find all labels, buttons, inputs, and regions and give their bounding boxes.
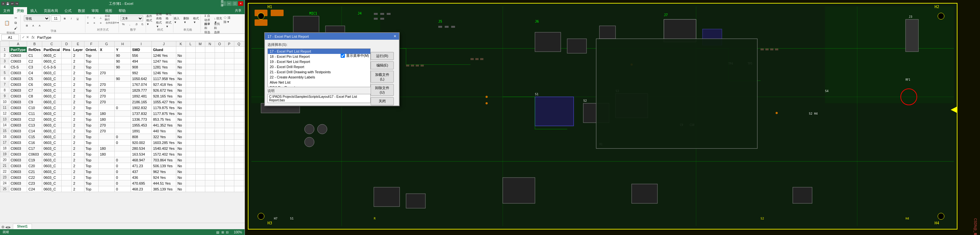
col-H[interactable]: H (115, 41, 130, 47)
col-I[interactable]: I (130, 41, 151, 47)
col-C[interactable]: C (42, 41, 62, 47)
cell-j1[interactable]: Glued (151, 47, 176, 53)
list-item-bga-drc[interactable]: BGA Drc Report (268, 85, 370, 87)
col-J[interactable]: J (151, 41, 176, 47)
col-B[interactable]: B (27, 41, 42, 47)
format-as-table-btn[interactable]: 套用表格格式▼ (156, 16, 165, 24)
tab-insert[interactable]: 插入 (27, 7, 41, 14)
cell-m1[interactable] (195, 47, 205, 53)
tab-data[interactable]: 数据 (75, 7, 88, 14)
col-O[interactable]: O (215, 41, 224, 47)
check-icon[interactable]: ✓ (22, 35, 25, 39)
align-bottom-btn[interactable]: ⊥ (98, 16, 104, 20)
find-select-btn[interactable]: 查找和选择▼ (214, 25, 223, 34)
font-size-input[interactable] (51, 16, 60, 21)
page-layout-view-btn[interactable]: ⊞ (221, 230, 224, 234)
delete-btn[interactable]: 删除▼ (183, 16, 192, 24)
col-R[interactable]: R (243, 41, 245, 47)
unload-button[interactable]: 卸除文件(U) (371, 84, 394, 96)
list-item-22[interactable]: 22 - Create Assembly Labels (268, 75, 370, 80)
comma-btn[interactable]: , (127, 22, 133, 26)
align-left-btn[interactable]: ≡ (85, 21, 91, 25)
page-break-view-btn[interactable]: ⊟ (226, 230, 229, 234)
paste-btn[interactable]: 📋 (3, 18, 11, 27)
underline-btn[interactable]: U (75, 16, 81, 21)
align-center-btn[interactable]: ≡ (92, 21, 97, 25)
clear-btn[interactable]: ◇ 清除▼ (223, 16, 232, 24)
tab-formulas[interactable]: 公式 (61, 7, 75, 14)
cell-d1[interactable]: Pins (61, 47, 72, 53)
cell-reference-box[interactable] (1, 35, 19, 40)
edit-button[interactable]: 编辑(E) (371, 61, 394, 69)
align-middle-btn[interactable]: ≡ (92, 16, 97, 20)
bold-btn[interactable]: B (62, 16, 68, 21)
format-btn[interactable]: 格式▼ (193, 16, 202, 24)
cell-f1[interactable]: Orient. (84, 47, 98, 53)
italic-btn[interactable]: I (68, 16, 74, 21)
tab-help[interactable]: 帮助 (115, 7, 129, 14)
list-item-20[interactable]: 20 - Excel Drill Report (268, 64, 370, 69)
cell-o1[interactable] (215, 47, 224, 53)
tab-file[interactable]: 文件 (0, 7, 14, 14)
col-K[interactable]: K (176, 41, 186, 47)
border-btn[interactable]: ⊞ (24, 22, 30, 29)
cell-c1[interactable]: PartDecal (42, 47, 62, 53)
tab-home[interactable]: 开始 (14, 7, 27, 14)
align-top-btn[interactable]: ⊤ (85, 16, 91, 20)
add-sheet-btn[interactable]: ⊕ (1, 225, 5, 229)
merge-center-btn[interactable]: 合并后居中▼ (104, 21, 121, 25)
maximize-btn[interactable]: □ (232, 1, 237, 6)
cross-icon[interactable]: ✕ (26, 35, 29, 39)
cell-i1[interactable]: SMD (130, 47, 151, 53)
cell-n1[interactable] (205, 47, 215, 53)
font-selector[interactable]: 等线 (24, 16, 49, 21)
col-G[interactable]: G (98, 41, 115, 47)
percent-btn[interactable]: % (121, 22, 126, 26)
cell-h1[interactable]: Y (115, 47, 130, 53)
cell-b1[interactable]: RefDes (27, 47, 42, 53)
col-L[interactable]: L (186, 41, 195, 47)
cell-styles-btn[interactable]: 单元格样式▼ (165, 16, 174, 24)
col-A[interactable]: A (10, 41, 27, 47)
cell-r1[interactable] (243, 47, 245, 53)
col-Q[interactable]: Q (234, 41, 243, 47)
cell-p1[interactable] (224, 47, 234, 53)
col-F[interactable]: F (84, 41, 98, 47)
sheet-tab-sheet1[interactable]: Sheet1 (13, 224, 32, 229)
share-btn[interactable]: 共享 (232, 7, 245, 14)
login-btn[interactable]: 登录 (221, 1, 226, 6)
list-item-alive[interactable]: Alive Net List (268, 80, 370, 85)
quick-access-save[interactable]: 💾 (6, 2, 10, 5)
decrease-decimal-btn[interactable]: 0. (140, 22, 146, 26)
close-btn[interactable]: ✕ (238, 1, 243, 6)
run-button[interactable]: 运行(R) (371, 52, 394, 60)
font-color-btn[interactable]: A (37, 22, 43, 29)
col-P[interactable]: P (224, 41, 234, 47)
dialog-close-btn[interactable]: ✕ (393, 34, 396, 38)
wrap-text-btn[interactable]: 自动换行 (104, 16, 110, 20)
cell-a1[interactable]: PartType (10, 47, 27, 53)
col-E[interactable]: E (72, 41, 84, 47)
copy-btn[interactable]: ⧉ (12, 21, 19, 25)
col-M[interactable]: M (195, 41, 205, 47)
cell-k1[interactable] (176, 47, 186, 53)
minimize-btn[interactable]: ─ (227, 1, 232, 6)
cell-q1[interactable] (234, 47, 243, 53)
normal-view-btn[interactable]: ▤ (216, 230, 219, 234)
cell-g1[interactable]: X (98, 47, 115, 53)
cut-btn[interactable]: ✂ (12, 16, 19, 20)
cancel-button[interactable]: 关闭 (371, 97, 394, 105)
formula-input[interactable] (37, 35, 243, 40)
format-painter-btn[interactable]: 🖌 (12, 26, 19, 30)
list-item-21[interactable]: 21 - Excel Drill Drawing with Testpoints (268, 69, 370, 75)
tab-pagelayout[interactable]: 页面布局 (41, 7, 61, 14)
increase-decimal-btn[interactable]: .0 (134, 22, 139, 26)
tab-view[interactable]: 视图 (102, 7, 115, 14)
quick-access-undo[interactable]: ↩ (10, 2, 14, 5)
cell-e1[interactable]: Layer (72, 47, 84, 53)
insert-btn[interactable]: 插入▼ (173, 16, 182, 24)
fill-color-btn[interactable]: A (30, 22, 36, 29)
sort-filter-btn[interactable]: 排序和筛选▼ (204, 25, 213, 34)
next-sheet-btn[interactable]: ▶ (8, 225, 11, 229)
load-button[interactable]: 加载文件(L) (371, 71, 394, 83)
